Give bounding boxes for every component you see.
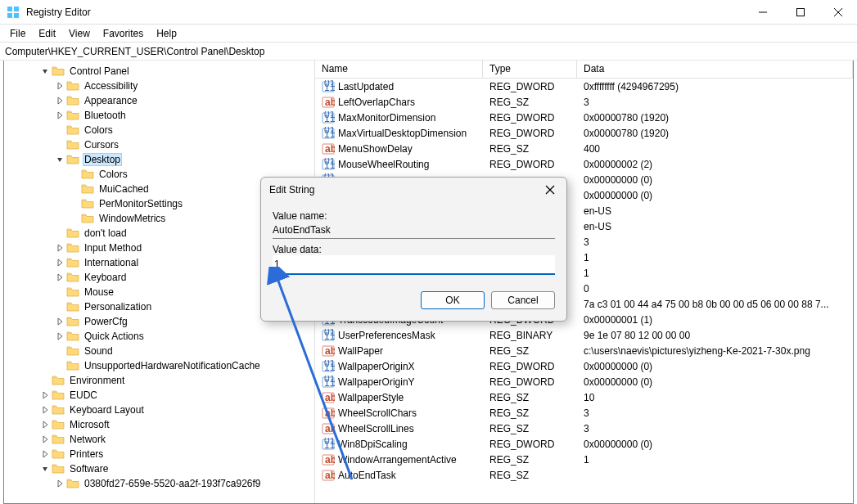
address-bar[interactable]: Computer\HKEY_CURRENT_USER\Control Panel… xyxy=(0,43,857,61)
tree-item-label: Accessibility xyxy=(83,80,139,92)
list-header: Name Type Data xyxy=(315,61,853,79)
value-data-input[interactable] xyxy=(273,255,555,275)
expander-icon[interactable] xyxy=(55,331,65,341)
tree-item-label: MuiCached xyxy=(97,183,151,195)
value-type: REG_DWORD xyxy=(483,376,577,388)
titlebar: Registry Editor xyxy=(0,0,857,25)
tree-item[interactable]: Printers xyxy=(4,447,314,461)
expander-icon[interactable] xyxy=(70,214,79,223)
list-row[interactable]: abWheelScrollLinesREG_SZ3 xyxy=(315,421,853,436)
list-row[interactable]: abMenuShowDelayREG_SZ400 xyxy=(315,141,853,156)
list-row[interactable]: abLeftOverlapCharsREG_SZ3 xyxy=(315,94,853,110)
tree-item-label: WindowMetrics xyxy=(97,213,167,224)
tree-item[interactable]: Appearance xyxy=(4,93,314,108)
list-row[interactable]: 011110WallpaperOriginYREG_DWORD0x0000000… xyxy=(315,374,853,389)
column-header-type[interactable]: Type xyxy=(483,61,577,78)
expander-icon[interactable] xyxy=(55,81,65,91)
list-row[interactable]: abAutoEndTaskREG_SZ xyxy=(315,467,853,483)
list-row[interactable]: 011110MaxVirtualDesktopDimensionREG_DWOR… xyxy=(315,125,853,141)
minimize-button[interactable] xyxy=(744,0,782,25)
expander-icon[interactable] xyxy=(55,287,65,297)
tree-item[interactable]: Network xyxy=(4,432,314,447)
tree-item[interactable]: Control Panel xyxy=(4,64,314,79)
list-row[interactable]: 011110MaxMonitorDimensionREG_DWORD0x0000… xyxy=(315,110,853,125)
expander-icon[interactable] xyxy=(70,169,79,179)
list-row[interactable]: 011110MouseWheelRoutingREG_DWORD0x000000… xyxy=(315,156,853,172)
expander-icon[interactable] xyxy=(55,96,65,106)
tree-item[interactable]: UnsupportedHardwareNotificationCache xyxy=(4,358,314,373)
column-header-data[interactable]: Data xyxy=(577,61,853,78)
tree-item[interactable]: Software xyxy=(4,461,314,476)
menubar: FileEditViewFavoritesHelp xyxy=(0,25,857,43)
tree-item[interactable]: Bluetooth xyxy=(4,108,314,123)
maximize-button[interactable] xyxy=(782,0,819,25)
expander-icon[interactable] xyxy=(40,66,50,76)
expander-icon[interactable] xyxy=(40,420,50,430)
value-name-field[interactable]: AutoEndTask xyxy=(273,222,555,239)
menu-edit[interactable]: Edit xyxy=(32,26,62,41)
tree-item[interactable]: EUDC xyxy=(4,388,314,403)
expander-icon[interactable] xyxy=(55,140,65,150)
expander-icon[interactable] xyxy=(55,302,65,312)
list-row[interactable]: abWallPaperREG_SZc:\users\naevis\picture… xyxy=(315,343,853,358)
expander-icon[interactable] xyxy=(55,272,65,282)
list-row[interactable]: 011110WallpaperOriginXREG_DWORD0x0000000… xyxy=(315,358,853,374)
list-row[interactable]: abWallpaperStyleREG_SZ10 xyxy=(315,389,853,405)
menu-view[interactable]: View xyxy=(62,26,97,41)
tree-item[interactable]: Keyboard Layout xyxy=(4,403,314,417)
expander-icon[interactable] xyxy=(55,125,65,135)
expander-icon[interactable] xyxy=(55,346,65,356)
value-data: 3 xyxy=(577,97,853,108)
dialog-close-button[interactable] xyxy=(542,182,558,198)
menu-help[interactable]: Help xyxy=(150,26,183,41)
expander-icon[interactable] xyxy=(40,464,50,474)
tree-item[interactable]: Desktop xyxy=(4,152,314,167)
value-data: 1 xyxy=(577,268,853,279)
expander-icon[interactable] xyxy=(55,243,65,253)
tree-item[interactable]: Accessibility xyxy=(4,79,314,93)
expander-icon[interactable] xyxy=(55,361,65,371)
tree-item[interactable]: Cursors xyxy=(4,137,314,152)
dialog-titlebar[interactable]: Edit String xyxy=(261,178,566,202)
tree-item[interactable]: Environment xyxy=(4,373,314,388)
ok-button[interactable]: OK xyxy=(421,291,485,309)
value-type: REG_DWORD xyxy=(483,128,577,139)
list-row[interactable]: abWheelScrollCharsREG_SZ3 xyxy=(315,405,853,421)
expander-icon[interactable] xyxy=(70,199,79,209)
menu-favorites[interactable]: Favorites xyxy=(97,26,150,41)
tree-item[interactable]: Sound xyxy=(4,344,314,358)
svg-rect-5 xyxy=(797,8,805,16)
expander-icon[interactable] xyxy=(40,376,50,385)
edit-string-dialog: Edit String Value name: AutoEndTask Valu… xyxy=(260,177,567,322)
expander-icon[interactable] xyxy=(55,317,65,326)
tree-item[interactable]: Colors xyxy=(4,123,314,137)
column-header-name[interactable]: Name xyxy=(315,61,483,78)
expander-icon[interactable] xyxy=(40,449,50,459)
expander-icon[interactable] xyxy=(55,258,65,268)
tree-item[interactable]: Microsoft xyxy=(4,417,314,432)
expander-icon[interactable] xyxy=(70,184,79,194)
tree-item[interactable]: Quick Actions xyxy=(4,329,314,344)
close-button[interactable] xyxy=(819,0,857,25)
expander-icon[interactable] xyxy=(40,405,50,415)
value-type: REG_SZ xyxy=(483,407,577,419)
expander-icon[interactable] xyxy=(40,434,50,444)
value-name-label: Value name: xyxy=(273,210,555,222)
value-data-label: Value data: xyxy=(273,244,555,255)
value-type: REG_SZ xyxy=(483,143,577,155)
cancel-button[interactable]: Cancel xyxy=(491,291,555,309)
expander-icon[interactable] xyxy=(40,390,50,400)
expander-icon[interactable] xyxy=(55,155,65,164)
tree-item-label: Keyboard Layout xyxy=(68,404,146,416)
expander-icon[interactable] xyxy=(55,479,65,488)
value-data: 3 xyxy=(577,423,853,434)
expander-icon[interactable] xyxy=(55,228,65,238)
expander-icon[interactable] xyxy=(55,110,65,120)
list-row[interactable]: 011110Win8DpiScalingREG_DWORD0x00000000 … xyxy=(315,436,853,452)
list-row[interactable]: abWindowArrangementActiveREG_SZ1 xyxy=(315,452,853,467)
tree-item-label: Environment xyxy=(68,375,126,386)
list-row[interactable]: 011110LastUpdatedREG_DWORD0xffffffff (42… xyxy=(315,79,853,94)
menu-file[interactable]: File xyxy=(3,26,32,41)
list-row[interactable]: 011110UserPreferencesMaskREG_BINARY9e 1e… xyxy=(315,327,853,343)
tree-item[interactable]: 0380fd27-659e-5520-aa2f-193f7ca926f9 xyxy=(4,476,314,491)
